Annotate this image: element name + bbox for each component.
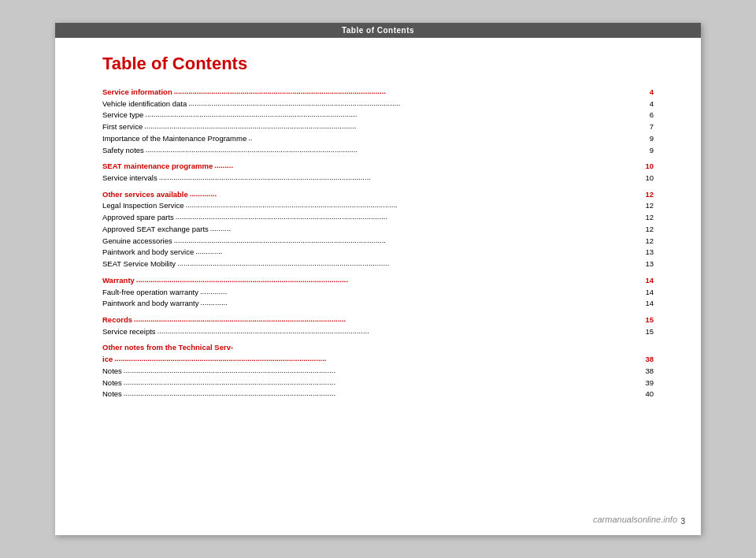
toc-dots: ........................................… [134, 314, 633, 326]
toc-label: Approved spare parts [102, 212, 174, 224]
toc-entry: First service ..........................… [102, 121, 654, 133]
toc-label: SEAT maintenance programme [102, 161, 213, 173]
toc-page: 14 [638, 275, 654, 287]
toc-entry: Notes ..................................… [102, 389, 654, 400]
toc-dots: ............. [195, 246, 633, 258]
toc-dots: ........................................… [159, 172, 633, 184]
toc-label: Paintwork and body service [102, 247, 194, 259]
toc-entry: Importance of the Maintenance Programme … [102, 133, 654, 145]
toc-label: Service receipts [102, 326, 156, 338]
toc-page: 13 [638, 259, 654, 270]
page-number: 3 [680, 517, 685, 526]
toc-label: Approved SEAT exchange parts [102, 224, 209, 236]
toc-entry: Vehicle identification data ............… [102, 99, 654, 110]
toc-label: Notes [102, 366, 122, 378]
toc-label: Fault-free operation warranty [102, 287, 198, 299]
toc-page: 4 [638, 99, 654, 110]
toc-page: 9 [638, 145, 654, 157]
toc-entry: Service receipts .......................… [102, 326, 654, 338]
toc-page: 14 [638, 298, 654, 310]
toc-entry: Notes ..................................… [102, 366, 654, 378]
toc-label: Legal Inspection Service [102, 200, 184, 212]
toc-page: 12 [638, 224, 654, 236]
toc-entry: SEAT Service Mobility ..................… [102, 259, 654, 270]
toc-dots: ............. [190, 188, 633, 200]
toc-dots: ........................................… [124, 388, 633, 400]
toc-dots: ........................................… [124, 365, 633, 377]
toc-dots: ........................................… [124, 377, 633, 389]
toc-label: Service information [102, 87, 172, 99]
toc-entry: SEAT maintenance programme .........10 [102, 161, 654, 173]
toc-entry: Other notes from the Technical Serv- [102, 342, 654, 354]
toc-entry: Approved spare parts ...................… [102, 212, 654, 224]
toc-entry: Records ................................… [102, 314, 654, 326]
toc-dots: ........................................… [144, 121, 633, 132]
toc-entry: Warranty ...............................… [102, 275, 654, 287]
toc-dots: ........................................… [174, 235, 633, 247]
toc-entry: Other services available .............12 [102, 189, 654, 201]
toc-entry: Service intervals ......................… [102, 173, 654, 184]
toc-dots: ........................................… [188, 98, 633, 110]
toc-page: 13 [638, 247, 654, 259]
toc-dots: ........................................… [136, 274, 633, 286]
toc-page: 38 [638, 354, 654, 366]
toc-entry: Paintwork and body service .............… [102, 247, 654, 259]
toc-entry: Genuine accessories ....................… [102, 236, 654, 247]
toc-label: Importance of the Maintenance Programme [102, 133, 246, 145]
toc-dots: ........................................… [146, 144, 633, 156]
page-container: Table of Contents Table of Contents Serv… [55, 23, 701, 535]
toc-dots: ........................................… [145, 109, 633, 121]
toc-dots: ........................................… [174, 86, 633, 98]
toc-label: ice [102, 354, 113, 366]
main-title: Table of Contents [102, 54, 654, 74]
toc-label: Other services available [102, 189, 188, 201]
toc-label: Notes [102, 378, 122, 389]
toc-page: 39 [638, 378, 654, 389]
toc-label: Vehicle identification data [102, 99, 187, 110]
toc-page: 15 [638, 314, 654, 326]
toc-label: Records [102, 314, 132, 326]
toc-dots: ............. [201, 297, 633, 309]
toc-label: Other notes from the Technical Serv- [102, 342, 233, 354]
toc-page: 40 [638, 389, 654, 400]
toc-page: 6 [638, 110, 654, 121]
toc-page: 4 [638, 87, 654, 99]
toc-label: Paintwork and body warranty [102, 298, 199, 310]
toc-page: 15 [638, 326, 654, 338]
toc-dots: ........................................… [114, 353, 633, 365]
toc-entry: Notes ..................................… [102, 378, 654, 389]
toc-page: 10 [638, 173, 654, 184]
toc-page: 10 [638, 161, 654, 173]
toc-entry: Paintwork and body warranty ............… [102, 298, 654, 310]
toc-entry: ice ....................................… [102, 354, 654, 366]
toc-entry: Service type ...........................… [102, 110, 654, 121]
toc-label: Service intervals [102, 173, 158, 184]
toc-page: 9 [638, 133, 654, 145]
toc-entry: Safety notes ...........................… [102, 145, 654, 157]
toc-entry: Approved SEAT exchange parts ..........1… [102, 224, 654, 236]
toc-label: Genuine accessories [102, 236, 172, 247]
toc-dots: .. [248, 132, 633, 144]
header-bar: Table of Contents [55, 23, 701, 38]
toc-dots: ............. [200, 286, 633, 298]
toc-page: 12 [638, 200, 654, 212]
content-area: Table of Contents Service information ..… [55, 38, 701, 535]
toc-dots: ........................................… [177, 258, 633, 270]
toc-label: Warranty [102, 275, 135, 287]
watermark: carmanualsonline.info [593, 515, 677, 524]
toc-entry: Legal Inspection Service ...............… [102, 200, 654, 212]
toc-dots: .......... [210, 223, 633, 235]
header-title: Table of Contents [342, 26, 414, 35]
toc-dots: ......... [214, 160, 633, 172]
toc-dots: ........................................… [158, 326, 633, 337]
toc-page: 38 [638, 366, 654, 378]
toc-label: Notes [102, 389, 122, 400]
toc-label: Safety notes [102, 145, 144, 157]
toc-dots: ........................................… [186, 199, 633, 211]
toc-page: 14 [638, 287, 654, 299]
toc-label: Service type [102, 110, 143, 121]
toc-label: SEAT Service Mobility [102, 259, 176, 270]
toc-entry: Fault-free operation warranty ..........… [102, 287, 654, 299]
toc-entry: Service information ....................… [102, 87, 654, 99]
toc-page: 12 [638, 189, 654, 201]
